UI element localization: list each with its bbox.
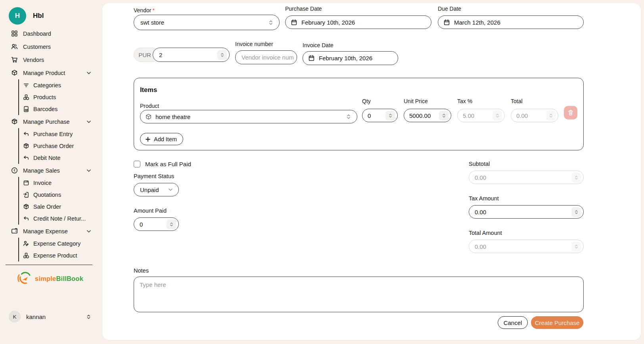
invoice-number-input[interactable] — [235, 50, 297, 64]
cart-icon — [11, 56, 18, 63]
unit-price-column-label: Unit Price — [404, 98, 428, 104]
sidebar-item-sale-order[interactable]: Sale Order — [19, 201, 98, 213]
product-column-label: Product — [140, 103, 159, 109]
subtotal-input — [469, 171, 584, 184]
user-menu[interactable]: K kannan — [9, 311, 92, 323]
boxes-icon — [23, 252, 29, 259]
sidebar-group-label: Manage Sales — [23, 167, 60, 174]
amount-paid-input[interactable] — [134, 217, 179, 231]
unit-price-stepper[interactable] — [439, 111, 448, 121]
sidebar-item-label: Credit Note / Retur... — [33, 215, 86, 222]
sidebar-item-invoice[interactable]: Invoice — [19, 177, 98, 189]
brand-avatar: H — [9, 7, 26, 25]
line-total-input — [511, 109, 558, 122]
mark-full-paid-checkbox[interactable] — [134, 161, 140, 167]
payment-status-select[interactable]: Unpaid — [134, 183, 179, 196]
tax-amount-field[interactable] — [475, 209, 554, 215]
sidebar-item-label: Products — [33, 94, 56, 100]
sidebar-item-label: Invoice — [33, 180, 52, 186]
purchase-number-input[interactable] — [153, 48, 230, 62]
qty-column-label: Qty — [362, 98, 371, 104]
items-section: Items Product home theatre Qty Unit Pric… — [134, 78, 584, 150]
user-edit-icon — [23, 240, 29, 247]
return-arrow-icon — [23, 215, 29, 222]
required-asterisk: * — [152, 7, 154, 13]
return-arrow-icon — [23, 155, 29, 161]
unit-price-field[interactable] — [409, 112, 433, 119]
plus-icon — [145, 136, 151, 142]
invoice-date-input[interactable]: February 10th, 2026 — [303, 51, 398, 65]
sidebar-item-label: Categories — [33, 82, 61, 88]
chevron-down-icon — [168, 187, 173, 192]
qty-stepper[interactable] — [385, 111, 395, 121]
sidebar-item-barcodes[interactable]: Barcodes — [19, 103, 98, 115]
notes-field[interactable] — [140, 281, 578, 307]
sidebar-group-manage-sales[interactable]: ₹ Manage Sales — [0, 164, 98, 177]
amount-paid-field[interactable] — [140, 221, 155, 228]
chevron-down-icon — [86, 119, 92, 125]
sidebar-group-label: Manage Product — [23, 70, 65, 76]
sidebar-group-manage-product[interactable]: Manage Product — [0, 66, 98, 79]
create-purchase-button[interactable]: Create Purchase — [531, 316, 583, 329]
sidebar-group-label: Manage Purchase — [23, 119, 70, 125]
number-stepper[interactable] — [217, 50, 227, 60]
tax-amount-stepper[interactable] — [571, 207, 581, 217]
qty-input[interactable] — [362, 109, 398, 122]
cube-icon — [145, 113, 152, 120]
purchase-date-input[interactable]: February 10th, 2026 — [285, 15, 431, 29]
mark-full-paid-row: Mark as Full Paid — [134, 161, 191, 167]
qty-field[interactable] — [368, 112, 380, 119]
sidebar-item-purchase-order[interactable]: Purchase Order — [19, 140, 98, 152]
tax-percent-input — [457, 109, 505, 122]
total-amount-input — [469, 240, 584, 253]
manage-sales-submenu: Invoice Quotations Sale Order Credit Not… — [18, 177, 98, 225]
vendor-label: Vendor* — [134, 7, 155, 13]
sidebar-item-vendors[interactable]: Vendors — [0, 53, 98, 66]
sidebar-item-credit-note[interactable]: Credit Note / Retur... — [19, 213, 98, 225]
delete-item-button[interactable] — [564, 106, 577, 119]
create-purchase-button-label: Create Purchase — [535, 319, 580, 326]
brand-name: Hbl — [33, 12, 44, 20]
sidebar-item-products[interactable]: Products — [19, 91, 98, 103]
vendor-select[interactable]: swt store — [134, 15, 280, 30]
purchase-number-field[interactable] — [159, 52, 217, 58]
sidebar-item-label: Customers — [23, 44, 51, 50]
sidebar-item-debit-note[interactable]: Debit Note — [19, 152, 98, 164]
amount-paid-stepper[interactable] — [167, 219, 176, 229]
sidebar-item-label: Quotations — [33, 192, 61, 198]
logo-part-billbook: BillBook — [56, 275, 83, 282]
boxes-icon — [23, 94, 29, 100]
wallet-icon — [11, 228, 18, 234]
sidebar-item-label: Purchase Entry — [33, 131, 73, 137]
unit-price-input[interactable] — [404, 109, 451, 122]
calendar-icon — [443, 19, 450, 26]
tax-percent-field — [463, 112, 487, 119]
tax-percent-stepper — [493, 111, 502, 121]
unfold-icon — [345, 113, 352, 120]
sidebar-group-manage-purchase[interactable]: Manage Purchase — [0, 115, 98, 128]
sidebar-item-quotations[interactable]: Quotations — [19, 189, 98, 201]
filter-icon — [23, 82, 29, 88]
payment-status-value: Unpaid — [140, 186, 159, 193]
sidebar-item-expense-product[interactable]: Expense Product — [19, 250, 98, 261]
due-date-input[interactable]: March 12th, 2026 — [438, 15, 584, 29]
tax-amount-input[interactable] — [469, 205, 584, 219]
subtotal-field — [475, 174, 554, 181]
sidebar-item-categories[interactable]: Categories — [19, 79, 98, 91]
product-select[interactable]: home theatre — [140, 110, 357, 123]
purchase-date-value: February 10th, 2026 — [301, 19, 355, 26]
sidebar-group-manage-expense[interactable]: Manage Expense — [0, 225, 98, 238]
cancel-button[interactable]: Cancel — [498, 316, 528, 329]
sidebar-item-dashboard[interactable]: Dashboard — [0, 27, 98, 40]
invoice-number-field[interactable] — [242, 54, 293, 61]
manage-purchase-submenu: Purchase Entry Purchase Order Debit Note — [18, 128, 98, 164]
users-icon — [11, 43, 18, 50]
notes-input[interactable] — [134, 277, 584, 312]
sidebar-item-expense-category[interactable]: Expense Category — [19, 238, 98, 250]
sidebar-item-customers[interactable]: Customers — [0, 40, 98, 53]
sidebar-item-purchase-entry[interactable]: Purchase Entry — [19, 128, 98, 140]
amount-paid-label: Amount Paid — [134, 208, 167, 214]
sidebar-item-label: Vendors — [23, 57, 44, 63]
user-avatar: K — [9, 311, 21, 323]
add-item-button[interactable]: Add Item — [140, 133, 183, 145]
